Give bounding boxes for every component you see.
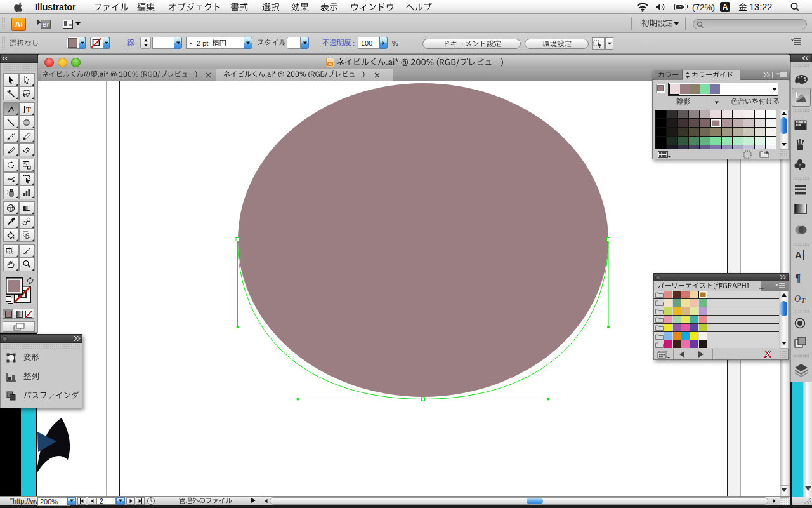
svg-text:¶: ¶ — [795, 272, 801, 283]
svg-text:A: A — [795, 250, 802, 260]
svg-text:T: T — [801, 297, 806, 304]
svg-text:O: O — [794, 294, 801, 304]
svg-text:T: T — [26, 105, 31, 114]
